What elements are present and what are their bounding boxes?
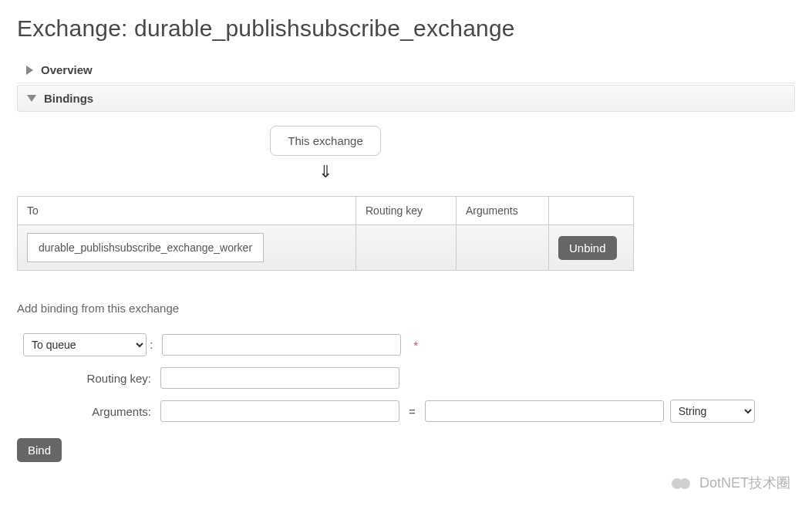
section-bindings-header[interactable]: Bindings	[17, 85, 795, 112]
section-bindings-label: Bindings	[44, 92, 93, 105]
binding-destination-link[interactable]: durable_publishsubscribe_exchange_worker	[27, 233, 264, 262]
section-overview-header[interactable]: Overview	[17, 57, 795, 83]
argument-key-input[interactable]	[160, 400, 399, 422]
routing-key-input[interactable]	[160, 367, 399, 389]
section-bindings-body: This exchange ⇓ To Routing key Arguments…	[17, 113, 795, 477]
bind-button[interactable]: Bind	[17, 438, 62, 462]
required-asterisk: *	[413, 339, 418, 352]
form-row-routing-key: Routing key:	[17, 367, 795, 389]
exchange-name: durable_publishsubscribe_exchange	[134, 15, 515, 41]
this-exchange-label: This exchange	[288, 134, 363, 147]
chevron-down-icon	[27, 95, 36, 102]
arguments-label: Arguments:	[17, 405, 154, 418]
table-row: durable_publishsubscribe_exchange_worker…	[18, 225, 634, 271]
col-arguments: Arguments	[457, 197, 549, 225]
colon: :	[150, 338, 153, 351]
argument-type-select[interactable]: String	[670, 400, 755, 423]
form-row-arguments: Arguments: = String	[17, 400, 795, 423]
unbind-button[interactable]: Unbind	[558, 236, 617, 260]
destination-name-input[interactable]	[162, 334, 401, 356]
this-exchange-box: This exchange	[270, 126, 381, 156]
argument-value-input[interactable]	[425, 400, 664, 422]
chevron-right-icon	[26, 66, 33, 75]
arrow-down-icon: ⇓	[17, 156, 634, 196]
page-title-prefix: Exchange:	[17, 15, 134, 41]
section-overview-label: Overview	[41, 63, 93, 76]
destination-type-select[interactable]: To queue	[23, 333, 147, 356]
binding-arguments	[457, 225, 549, 271]
add-binding-title: Add binding from this exchange	[17, 302, 795, 315]
col-action	[549, 197, 634, 225]
routing-key-label: Routing key:	[17, 372, 154, 385]
col-routing-key: Routing key	[356, 197, 457, 225]
form-row-destination: To queue : *	[17, 333, 795, 356]
equals-sign: =	[409, 405, 416, 418]
binding-routing-key	[356, 225, 457, 271]
bindings-table: To Routing key Arguments durable_publish…	[17, 196, 634, 271]
col-to: To	[18, 197, 356, 225]
page-title: Exchange: durable_publishsubscribe_excha…	[17, 15, 795, 42]
